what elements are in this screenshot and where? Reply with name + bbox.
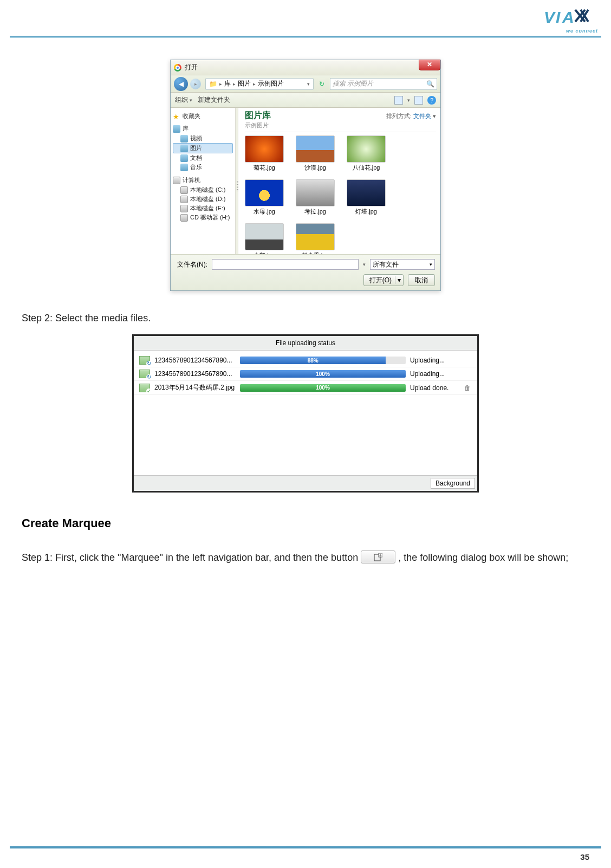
file-item[interactable]: 郁金香.jpg (296, 223, 335, 254)
chevron-down-icon[interactable]: ▾ (407, 98, 410, 103)
file-item[interactable]: 企鹅.jpg (245, 223, 284, 254)
upload-row: 12345678901234567890...100%Uploading... (134, 367, 477, 381)
chevron-down-icon: ▾ (433, 113, 436, 119)
sidebar-item-videos[interactable]: 视频 (173, 134, 233, 143)
dialog-sidebar: ★收藏夹 库 视频 图片 文档 音乐 计算机 本地磁盘 (C:) 本地磁盘 (D… (171, 108, 236, 254)
sidebar-drive-h[interactable]: CD 驱动器 (H:) (173, 213, 233, 222)
file-item[interactable]: 水母.jpg (245, 179, 284, 216)
file-item[interactable]: 考拉.jpg (296, 179, 335, 216)
file-icon (139, 356, 150, 365)
filename-input[interactable] (212, 259, 359, 270)
marquee-step1: Step 1: First, click the "Marquee" in th… (22, 549, 589, 566)
thumbnail (245, 135, 284, 163)
file-item[interactable]: 灯塔.jpg (347, 179, 386, 216)
crumb[interactable]: 图片 (238, 79, 251, 88)
create-marquee-heading: Create Marquee (22, 516, 589, 530)
library-subtitle: 示例图片 (245, 121, 271, 129)
view-mode-button[interactable] (394, 96, 403, 105)
sidebar-item-documents[interactable]: 文档 (173, 153, 233, 163)
chevron-down-icon[interactable]: ▾ (307, 81, 310, 87)
thumbnail (347, 179, 386, 206)
crumb[interactable]: 库 (224, 79, 231, 88)
header-rule (10, 36, 601, 38)
arrange-by[interactable]: 排列方式: 文件夹 ▾ (386, 112, 436, 120)
sidebar-favorites[interactable]: ★收藏夹 (173, 112, 233, 120)
document-icon (180, 154, 188, 162)
close-button[interactable]: ✕ (419, 60, 440, 70)
file-item[interactable]: 八仙花.jpg (347, 135, 386, 172)
drive-icon (180, 186, 188, 194)
file-item[interactable]: 菊花.jpg (245, 135, 284, 172)
filename-label: 文件名(N): (176, 260, 207, 269)
crumb[interactable]: 示例图片 (258, 79, 284, 88)
library-icon (173, 125, 180, 133)
picture-icon (180, 145, 188, 152)
progress-bar: 100% (240, 384, 406, 392)
search-placeholder: 搜索 示例图片 (333, 79, 373, 88)
sidebar-item-music[interactable]: 音乐 (173, 163, 233, 172)
upload-list: 12345678901234567890...88%Uploading...12… (134, 351, 477, 475)
open-button[interactable]: 打开(O) ▾ (363, 274, 404, 286)
nav-back-button[interactable]: ◀ (174, 77, 188, 91)
file-open-dialog: 打开 ✕ ◀ ▸ 📁 ▸ 库 ▸ 图片 ▸ 示例图片 ▾ ↻ 搜索 示例图片 🔍… (170, 60, 441, 291)
nav-forward-button[interactable]: ▸ (190, 79, 201, 89)
splitter[interactable] (236, 108, 238, 254)
organize-menu[interactable]: 组织 (175, 95, 192, 105)
sidebar-drive-c[interactable]: 本地磁盘 (C:) (173, 185, 233, 195)
progress-fill: 100% (240, 370, 406, 378)
drive-icon (180, 196, 188, 203)
chrome-icon (174, 64, 181, 72)
preview-pane-button[interactable] (414, 96, 423, 105)
add-marquee-button[interactable] (361, 550, 395, 563)
chevron-down-icon: ▾ (430, 262, 432, 267)
dialog-titlebar[interactable]: 打开 ✕ (171, 60, 440, 75)
music-icon (180, 164, 188, 171)
dialog-content: 图片库 示例图片 排列方式: 文件夹 ▾ 菊花.jpg 沙漠.jpg 八仙花.j… (238, 108, 440, 254)
dialog-nav: ◀ ▸ 📁 ▸ 库 ▸ 图片 ▸ 示例图片 ▾ ↻ 搜索 示例图片 🔍 (171, 75, 440, 93)
upload-filename: 12345678901234567890... (154, 357, 236, 364)
drive-icon (180, 205, 188, 212)
search-icon[interactable]: 🔍 (426, 80, 434, 88)
upload-status-panel: File uploading status 123456789012345678… (132, 334, 479, 493)
help-icon[interactable]: ? (427, 96, 436, 105)
chevron-right-icon: ▸ (233, 81, 236, 87)
sidebar-drive-d[interactable]: 本地磁盘 (D:) (173, 195, 233, 204)
sidebar-libraries[interactable]: 库 (173, 125, 233, 133)
upload-row: 2013年5月14号数码屏.2.jpg100%Upload done.🗑 (134, 381, 477, 395)
progress-fill: 100% (240, 384, 406, 392)
filetype-select[interactable]: 所有文件 ▾ (370, 259, 435, 270)
brand-logo: V I A we connect (544, 3, 598, 34)
page-number: 35 (580, 852, 589, 861)
sidebar-item-pictures[interactable]: 图片 (173, 143, 233, 153)
dialog-footer: 文件名(N): ▾ 所有文件 ▾ 打开(O) ▾ 取消 (171, 254, 440, 290)
upload-status: Uploading... (410, 370, 459, 378)
breadcrumb[interactable]: 📁 ▸ 库 ▸ 图片 ▸ 示例图片 ▾ (205, 78, 314, 90)
file-item[interactable]: 沙漠.jpg (296, 135, 335, 172)
thumbnail (245, 223, 284, 250)
upload-title: File uploading status (134, 336, 477, 351)
chevron-down-icon[interactable]: ▾ (363, 262, 366, 267)
cd-icon (180, 214, 188, 222)
svg-text:I: I (556, 8, 561, 26)
upload-status: Upload done. (410, 384, 459, 392)
chevron-down-icon[interactable]: ▾ (395, 276, 401, 284)
upload-row: 12345678901234567890...88%Uploading... (134, 354, 477, 367)
delete-icon[interactable]: 🗑 (463, 384, 472, 392)
thumbnail (296, 135, 335, 163)
upload-filename: 2013年5月14号数码屏.2.jpg (154, 383, 236, 392)
refresh-icon[interactable]: ↻ (316, 78, 328, 90)
file-icon (139, 370, 150, 378)
background-button[interactable]: Background (431, 478, 475, 489)
progress-bar: 100% (240, 370, 406, 378)
dialog-toolbar: 组织 新建文件夹 ▾ ? (171, 93, 440, 108)
upload-filename: 12345678901234567890... (154, 370, 236, 378)
new-folder-button[interactable]: 新建文件夹 (198, 95, 230, 105)
chevron-right-icon: ▸ (253, 81, 256, 87)
thumbnail-grid: 菊花.jpg 沙漠.jpg 八仙花.jpg 水母.jpg 考拉.jpg 灯塔.j… (245, 135, 436, 254)
search-input[interactable]: 搜索 示例图片 🔍 (330, 78, 437, 90)
cancel-button[interactable]: 取消 (408, 274, 435, 286)
page-footer-rule (10, 846, 601, 848)
progress-fill: 88% (240, 357, 386, 364)
sidebar-computer[interactable]: 计算机 (173, 176, 233, 184)
sidebar-drive-e[interactable]: 本地磁盘 (E:) (173, 204, 233, 213)
